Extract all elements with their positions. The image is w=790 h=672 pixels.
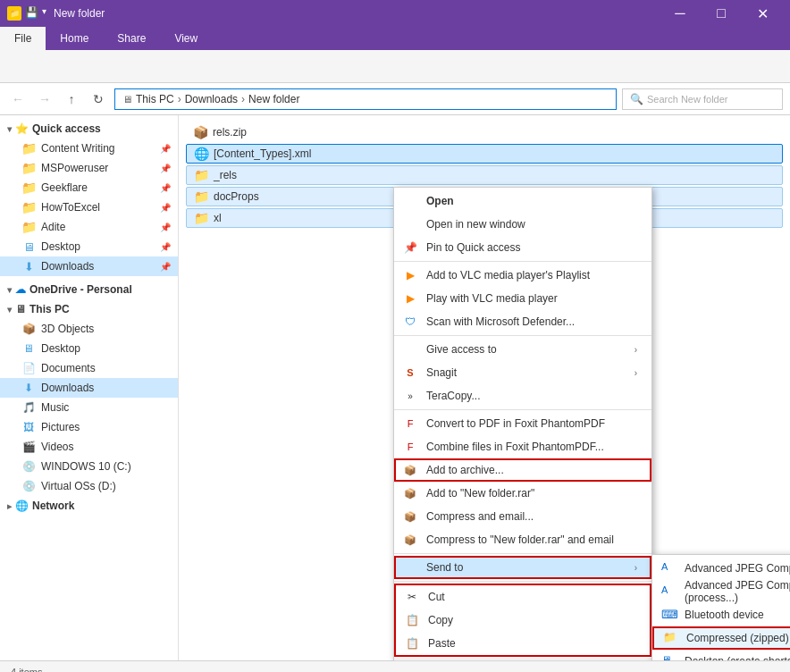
tab-home[interactable]: Home bbox=[46, 27, 103, 50]
ctx-pin-quick-access[interactable]: 📌 Pin to Quick access bbox=[394, 236, 651, 259]
submenu-ajc-process[interactable]: A Advanced JPEG Compressor (process...) bbox=[652, 580, 790, 603]
ctx-cut-label: Cut bbox=[428, 591, 445, 603]
search-icon: 🔍 bbox=[630, 93, 643, 105]
sidebar-item-3dobjects[interactable]: 📦 3D Objects bbox=[0, 319, 178, 339]
ctx-vlc-playlist-label: Add to VLC media player's Playlist bbox=[426, 269, 590, 281]
item-count: 4 items bbox=[11, 667, 42, 673]
path-sep-1: › bbox=[178, 93, 181, 105]
up-button[interactable]: ↑ bbox=[61, 88, 82, 110]
ctx-give-access[interactable]: Give access to › bbox=[394, 338, 651, 361]
quick-save-icon[interactable]: 💾 bbox=[25, 6, 38, 21]
cut-copy-paste-group: ✂ Cut 📋 Copy 📋 Paste bbox=[394, 584, 651, 657]
tab-view[interactable]: View bbox=[160, 27, 212, 50]
compress-rar-icon: 📦 bbox=[403, 533, 417, 547]
defender-icon: 🛡 bbox=[403, 315, 417, 329]
ctx-copy[interactable]: 📋 Copy bbox=[396, 609, 650, 632]
ctx-combine-foxit[interactable]: F Combine files in Foxit PhantomPDF... bbox=[394, 435, 651, 458]
sidebar-item-desktop-quick[interactable]: 🖥 Desktop 📌 bbox=[0, 237, 178, 256]
ribbon-content bbox=[0, 50, 790, 82]
ctx-defender[interactable]: 🛡 Scan with Microsoft Defender... bbox=[394, 310, 651, 333]
open-icon bbox=[403, 194, 417, 208]
network-label: Network bbox=[32, 500, 74, 512]
tab-file[interactable]: File bbox=[0, 27, 46, 50]
path-thispc[interactable]: This PC bbox=[136, 93, 174, 105]
ctx-cut[interactable]: ✂ Cut bbox=[396, 585, 650, 609]
sidebar-item-content-writing[interactable]: 📁 Content Writing 📌 bbox=[0, 139, 178, 158]
sidebar-label-geekflare: Geekflare bbox=[41, 181, 88, 194]
submenu-zipped-folder[interactable]: 📁 Compressed (zipped) folder bbox=[652, 626, 790, 650]
submenu-ajc-open[interactable]: A Advanced JPEG Compressor (open) bbox=[652, 557, 790, 580]
onedrive-header[interactable]: ▾ ☁ OneDrive - Personal bbox=[0, 280, 178, 299]
forward-button[interactable]: → bbox=[34, 88, 55, 110]
address-path[interactable]: 🖥 This PC › Downloads › New folder bbox=[114, 88, 617, 110]
quick-access-title: Quick access bbox=[32, 122, 101, 135]
path-newfolder[interactable]: New folder bbox=[248, 93, 299, 105]
network-header[interactable]: ▸ 🌐 Network bbox=[0, 496, 178, 516]
refresh-button[interactable]: ↻ bbox=[88, 88, 109, 110]
sidebar-item-music[interactable]: 🎵 Music bbox=[0, 398, 178, 417]
ctx-vlc-play[interactable]: ▶ Play with VLC media player bbox=[394, 287, 651, 310]
thispc-header[interactable]: ▾ 🖥 This PC bbox=[0, 299, 178, 319]
ctx-compress-rar-email[interactable]: 📦 Compress to "New folder.rar" and email bbox=[394, 528, 651, 551]
ctx-vlc-play-label: Play with VLC media player bbox=[426, 292, 558, 305]
sidebar-label-virtualos: Virtual OSs (D:) bbox=[41, 480, 116, 492]
file-item-rels[interactable]: 📁 _rels bbox=[186, 165, 783, 185]
ctx-convert-pdf[interactable]: F Convert to PDF in Foxit PhantomPDF bbox=[394, 412, 651, 435]
maximize-button[interactable]: □ bbox=[701, 0, 742, 27]
chevron-icon: ▸ bbox=[7, 501, 12, 511]
window-title: New folder bbox=[54, 7, 660, 20]
sidebar-label-downloads: Downloads bbox=[41, 260, 94, 273]
file-item-contenttypes[interactable]: 🌐 [Content_Types].xml bbox=[186, 144, 783, 164]
vlc-icon: ▶ bbox=[403, 268, 417, 282]
sidebar-item-mspoweruser[interactable]: 📁 MSPoweruser 📌 bbox=[0, 158, 178, 178]
sidebar-item-pictures[interactable]: 🖼 Pictures bbox=[0, 417, 178, 437]
ctx-teracopy[interactable]: » TeraCopy... bbox=[394, 384, 651, 407]
file-item-relszip[interactable]: 📦 rels.zip bbox=[186, 122, 783, 142]
sidebar-item-windows10[interactable]: 💿 WINDOWS 10 (C:) bbox=[0, 457, 178, 476]
quick-access-label: ⭐ bbox=[15, 122, 29, 135]
sidebar-item-videos[interactable]: 🎬 Videos bbox=[0, 437, 178, 457]
tab-share[interactable]: Share bbox=[103, 27, 160, 50]
ctx-compress-email[interactable]: 📦 Compress and email... bbox=[394, 505, 651, 528]
sidebar-item-documents[interactable]: 📄 Documents bbox=[0, 358, 178, 378]
path-downloads[interactable]: Downloads bbox=[185, 93, 238, 105]
ctx-open-new-window-label: Open in new window bbox=[426, 218, 525, 231]
ctx-add-archive[interactable]: 📦 Add to archive... bbox=[394, 458, 651, 482]
ctx-add-rar[interactable]: 📦 Add to "New folder.rar" bbox=[394, 482, 651, 505]
sidebar-item-desktop-pc[interactable]: 🖥 Desktop bbox=[0, 339, 178, 358]
file-name-xl: xl bbox=[214, 212, 222, 224]
ctx-open-new-window[interactable]: Open in new window bbox=[394, 213, 651, 236]
sidebar-label-3dobjects: 3D Objects bbox=[41, 323, 94, 335]
sidebar-item-downloads-pc[interactable]: ⬇ Downloads bbox=[0, 378, 178, 398]
minimize-button[interactable]: ─ bbox=[660, 0, 701, 27]
ctx-give-access-label: Give access to bbox=[426, 343, 497, 356]
close-button[interactable]: ✕ bbox=[742, 0, 783, 27]
submenu-bluetooth[interactable]: ⌨ Bluetooth device bbox=[652, 603, 790, 626]
ctx-vlc-playlist[interactable]: ▶ Add to VLC media player's Playlist bbox=[394, 264, 651, 287]
ctx-paste[interactable]: 📋 Paste bbox=[396, 632, 650, 655]
sidebar-item-howtoexcel[interactable]: 📁 HowToExcel 📌 bbox=[0, 197, 178, 217]
ctx-compress-email-label: Compress and email... bbox=[426, 510, 534, 523]
sidebar-label-desktop: Desktop bbox=[41, 240, 80, 253]
ajc-icon: A bbox=[661, 561, 676, 575]
chevron-icon: ▾ bbox=[7, 285, 12, 295]
ctx-open[interactable]: Open bbox=[394, 189, 651, 213]
search-box[interactable]: 🔍 Search New folder bbox=[622, 88, 783, 110]
ctx-convert-pdf-label: Convert to PDF in Foxit PhantomPDF bbox=[426, 417, 605, 430]
submenu-desktop-shortcut[interactable]: 🖥 Desktop (create shortcut) bbox=[652, 650, 790, 660]
documents-icon: 📄 bbox=[21, 361, 36, 375]
sidebar-item-virtualos[interactable]: 💿 Virtual OSs (D:) bbox=[0, 476, 178, 496]
submenu-ajc-open-label: Advanced JPEG Compressor (open) bbox=[685, 562, 790, 575]
rar-icon: 📦 bbox=[403, 486, 417, 500]
sidebar-label-videos: Videos bbox=[41, 441, 73, 453]
folder-icon: 📁 bbox=[21, 141, 36, 155]
sidebar-item-downloads-quick[interactable]: ⬇ Downloads 📌 bbox=[0, 256, 178, 276]
sidebar-item-geekflare[interactable]: 📁 Geekflare 📌 bbox=[0, 178, 178, 197]
ctx-snagit[interactable]: S Snagit › bbox=[394, 361, 651, 384]
ctx-open-label: Open bbox=[426, 195, 454, 207]
back-button[interactable]: ← bbox=[7, 88, 29, 110]
ctx-send-to[interactable]: Send to › A Advanced JPEG Compressor (op… bbox=[394, 556, 651, 579]
dropdown-icon[interactable]: ▾ bbox=[42, 6, 46, 21]
sidebar-item-adite[interactable]: 📁 Adite 📌 bbox=[0, 217, 178, 237]
quick-access-header[interactable]: ▾ ⭐ Quick access bbox=[0, 119, 178, 139]
